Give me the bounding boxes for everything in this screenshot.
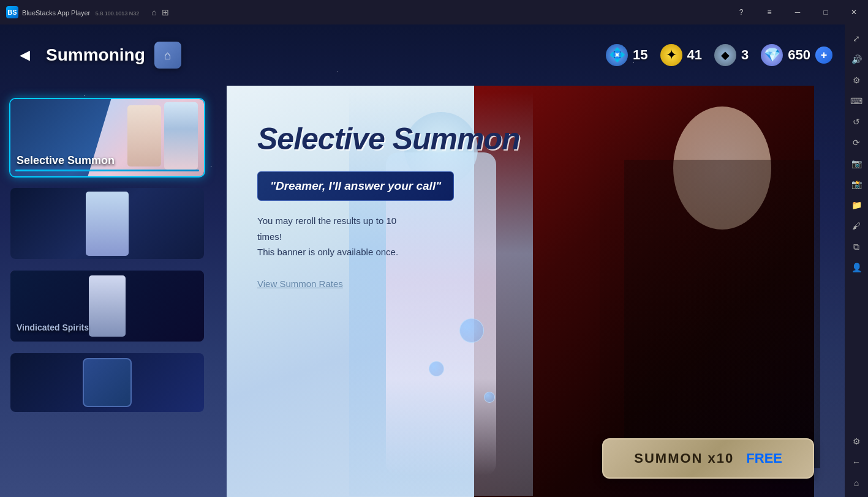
home-button[interactable]: ⌂	[154, 42, 181, 69]
bluestacks-sidebar: ⤢ 🔊 ⚙ ⌨ ↺ ⟳ 📷 📸 📁 🖌 ⧉ 👤 ⚙ ← ⌂	[845, 24, 868, 497]
refresh-tool[interactable]: ↺	[847, 113, 866, 131]
app-name: BlueStacks App Player	[22, 9, 90, 17]
help-button[interactable]: ?	[727, 0, 755, 24]
deco-bubble-2	[429, 361, 444, 376]
gem-icon: 💎	[761, 44, 783, 66]
selective-banner-highlight	[15, 170, 199, 171]
description-line2: times!	[257, 231, 282, 242]
page-title: Summoning	[46, 45, 145, 65]
game-area: ◀ Summoning ⌂ 💠 15 ✦ 41 ◆ 3 💎 650 +	[0, 24, 845, 497]
summon-button-container: SUMMON x10 FREE	[602, 438, 814, 479]
summon-cost: FREE	[746, 450, 782, 466]
summon-button[interactable]: SUMMON x10 FREE	[602, 438, 814, 479]
top-navigation: ◀ Summoning ⌂ 💠 15 ✦ 41 ◆ 3 💎 650 +	[0, 24, 845, 86]
add-gems-button[interactable]: +	[815, 47, 832, 64]
multi-icon[interactable]: ⊞	[162, 7, 169, 17]
crystal-currency: 💠 15	[606, 44, 647, 66]
volume-tool[interactable]: 🔊	[847, 50, 866, 69]
main-banner-display: Selective Summon "Dreamer, I'll answer y…	[227, 86, 845, 497]
crystal-icon: 💠	[606, 44, 628, 66]
spirit-char	[86, 192, 129, 256]
fourth-art-area	[10, 353, 204, 412]
gem-currency: 💎 650 +	[761, 44, 832, 66]
main-char-right	[600, 86, 845, 497]
home-icon[interactable]: ⌂	[151, 7, 156, 17]
fragment-icon: ◆	[714, 44, 736, 66]
banner-description: You may reroll the results up to 10 time…	[257, 213, 472, 260]
banner-quote-text: "Dreamer, I'll answer your call"	[270, 179, 441, 192]
back-tool[interactable]: ←	[847, 453, 866, 471]
vindicated-char	[89, 275, 126, 337]
fragment-amount: 3	[741, 47, 749, 63]
view-summon-rates-link[interactable]: View Summon Rates	[257, 278, 520, 289]
banner-text-content: Selective Summon "Dreamer, I'll answer y…	[257, 122, 520, 289]
app-version: 5.8.100.1013 N32	[96, 10, 140, 17]
gamepad-tool[interactable]: ⚙	[847, 71, 866, 89]
menu-button[interactable]: ≡	[755, 0, 783, 24]
brush-tool[interactable]: 🖌	[847, 217, 866, 235]
fragment-currency: ◆ 3	[714, 44, 749, 66]
description-line3: This banner is only available once.	[257, 247, 398, 257]
settings-tool[interactable]: ⚙	[847, 432, 866, 450]
banner-quote-box: "Dreamer, I'll answer your call"	[257, 171, 454, 201]
titlebar: BS BlueStacks App Player 5.8.100.1013 N3…	[0, 0, 868, 24]
summon-label: SUMMON x10	[634, 450, 734, 466]
app-logo: BS BlueStacks App Player 5.8.100.1013 N3…	[6, 6, 139, 18]
vindicated-spirits-banner-card[interactable]: Vindicated Spirits	[9, 269, 205, 343]
minimize-button[interactable]: ─	[783, 0, 812, 24]
vindicated-banner-label: Vindicated Spirits	[17, 323, 89, 332]
home-sidebar-tool[interactable]: ⌂	[847, 474, 866, 492]
deco-bubble-3	[484, 392, 495, 403]
expand-tool[interactable]: ⤢	[847, 29, 866, 48]
selective-char1	[164, 102, 198, 170]
vindicated-art-area: Vindicated Spirits	[10, 271, 204, 342]
fourth-banner-icon	[83, 358, 132, 407]
spirit-banner-card[interactable]	[9, 187, 205, 260]
currency-bar: 💠 15 ✦ 41 ◆ 3 💎 650 +	[606, 24, 832, 86]
main-banner-background: Selective Summon "Dreamer, I'll answer y…	[227, 86, 845, 497]
close-button[interactable]: ✕	[840, 0, 868, 24]
layers-tool[interactable]: ⧉	[847, 237, 866, 256]
banner-list: Selective Summon Vindicated Spirits	[0, 86, 221, 497]
deco-bubble-1	[459, 318, 484, 343]
window-controls: ? ≡ ─ □ ✕	[727, 0, 868, 24]
screenshot-tool[interactable]: 📷	[847, 154, 866, 173]
ticket-icon: ✦	[660, 44, 682, 66]
description-line1: You may reroll the results up to 10	[257, 215, 396, 226]
keyboard-tool[interactable]: ⌨	[847, 92, 866, 110]
gem-amount: 650	[788, 47, 810, 63]
selective-banner-bg: Selective Summon	[10, 99, 204, 176]
selective-banner-label: Selective Summon	[17, 154, 115, 167]
fourth-banner-card[interactable]	[9, 352, 205, 413]
selective-summon-banner-card[interactable]: Selective Summon	[9, 98, 205, 177]
ticket-currency: ✦ 41	[660, 44, 702, 66]
rotate-tool[interactable]: ⟳	[847, 133, 866, 152]
camera-tool[interactable]: 📸	[847, 175, 866, 193]
titlebar-quick-actions: ⌂ ⊞	[151, 7, 168, 17]
bluestacks-icon: BS	[6, 6, 18, 18]
profile-tool[interactable]: 👤	[847, 258, 866, 277]
banner-main-title: Selective Summon	[257, 122, 520, 156]
back-button[interactable]: ◀	[12, 43, 37, 67]
ticket-amount: 41	[687, 47, 702, 63]
spirit-art-area	[10, 188, 204, 259]
selective-char2	[127, 105, 161, 166]
folder-tool[interactable]: 📁	[847, 196, 866, 214]
crystal-amount: 15	[633, 47, 647, 63]
maximize-button[interactable]: □	[812, 0, 840, 24]
